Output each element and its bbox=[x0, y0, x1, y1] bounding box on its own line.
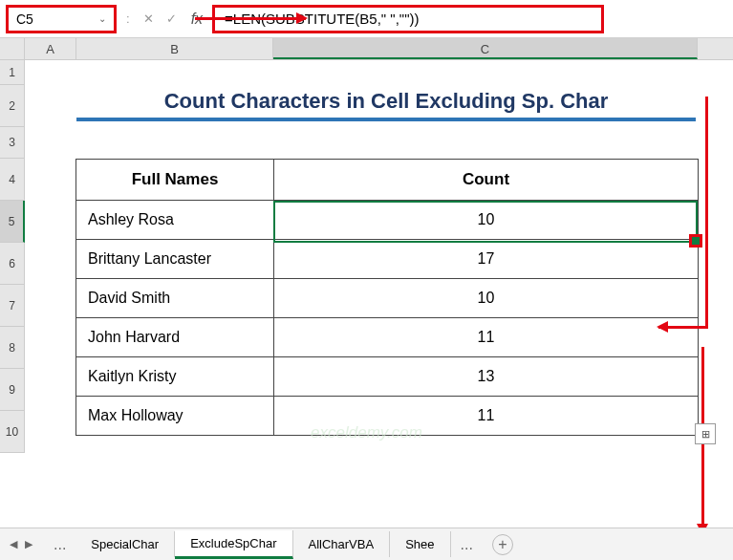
chevron-down-icon[interactable]: ⌄ bbox=[98, 13, 106, 24]
row-headers: 1 2 3 4 5 6 7 8 9 10 bbox=[0, 60, 25, 453]
annotation-arrow bbox=[658, 326, 708, 329]
name-box-value: C5 bbox=[16, 11, 33, 27]
row-header-3[interactable]: 3 bbox=[0, 127, 25, 159]
cell-count[interactable]: 11 bbox=[274, 397, 699, 436]
row-header-8[interactable]: 8 bbox=[0, 327, 25, 369]
table-row: Brittany Lancaster 17 bbox=[76, 240, 699, 279]
accept-icon[interactable]: ✓ bbox=[162, 11, 182, 26]
sheet-title: Count Characters in Cell Excluding Sp. C… bbox=[76, 89, 696, 121]
data-table: Full Names Count Ashley Rosa 10 Brittany… bbox=[75, 159, 699, 436]
new-sheet-button[interactable]: + bbox=[492, 534, 513, 555]
row-header-10[interactable]: 10 bbox=[0, 411, 25, 453]
table-row: John Harvard 11 bbox=[76, 318, 699, 357]
table-row: Max Holloway 11 bbox=[76, 397, 699, 436]
name-box[interactable]: C5 ⌄ bbox=[6, 5, 117, 33]
cell-name[interactable]: David Smith bbox=[76, 279, 274, 318]
cell-count[interactable]: 10 bbox=[274, 279, 699, 318]
column-headers: A B C bbox=[0, 38, 733, 60]
row-header-2[interactable]: 2 bbox=[0, 85, 25, 127]
cell-count[interactable]: 10 bbox=[274, 201, 699, 240]
row-header-5[interactable]: 5 bbox=[0, 201, 25, 243]
sheet-tabs-bar: ◀ ▶ ... SpecialChar ExcludeSpChar AllCha… bbox=[0, 528, 733, 560]
row-header-6[interactable]: 6 bbox=[0, 243, 25, 285]
cell-count[interactable]: 11 bbox=[274, 318, 699, 357]
cell-count[interactable]: 13 bbox=[274, 357, 699, 397]
tab-scroll-right[interactable]: ... bbox=[451, 530, 483, 559]
tab-shee[interactable]: Shee bbox=[390, 531, 450, 557]
annotation-line bbox=[705, 97, 708, 328]
select-all-corner[interactable] bbox=[0, 38, 25, 59]
cell-name[interactable]: Kaitlyn Kristy bbox=[76, 357, 274, 397]
cell-name[interactable]: Brittany Lancaster bbox=[76, 240, 274, 279]
table-header-row: Full Names Count bbox=[76, 160, 699, 201]
tab-nav: ◀ ▶ bbox=[10, 538, 32, 550]
header-names[interactable]: Full Names bbox=[76, 160, 274, 201]
table-row: Kaitlyn Kristy 13 bbox=[76, 357, 699, 397]
formula-bar: C5 ⌄ : ✕ ✓ fx =LEN(SUBSTITUTE(B5," ","")… bbox=[0, 0, 733, 38]
cell-name[interactable]: Max Holloway bbox=[76, 397, 274, 436]
table-row: David Smith 10 bbox=[76, 279, 699, 318]
row-header-1[interactable]: 1 bbox=[0, 60, 25, 85]
row-header-9[interactable]: 9 bbox=[0, 369, 25, 411]
sheet-body[interactable]: 1 2 3 4 5 6 7 8 9 10 Count Characters in… bbox=[0, 60, 733, 500]
cell-name[interactable]: John Harvard bbox=[76, 318, 274, 357]
table-row: Ashley Rosa 10 bbox=[76, 201, 699, 240]
cell-name[interactable]: Ashley Rosa bbox=[76, 201, 274, 240]
grid-area: A B C 1 2 3 4 5 6 7 8 9 10 Count Charact… bbox=[0, 38, 733, 500]
cell-count[interactable]: 17 bbox=[274, 240, 699, 279]
tab-excludespchar[interactable]: ExcludeSpChar bbox=[175, 530, 292, 559]
tab-allcharvba[interactable]: AllCharVBA bbox=[293, 531, 391, 557]
row-header-7[interactable]: 7 bbox=[0, 285, 25, 327]
autofill-options-icon[interactable]: ⊞ bbox=[695, 423, 716, 444]
header-count[interactable]: Count bbox=[274, 160, 699, 201]
nav-prev-icon[interactable]: ◀ bbox=[10, 538, 17, 550]
cancel-icon[interactable]: ✕ bbox=[140, 11, 159, 26]
annotation-arrow bbox=[195, 17, 306, 20]
separator: : bbox=[126, 11, 130, 26]
col-header-b[interactable]: B bbox=[76, 38, 273, 59]
row-header-4[interactable]: 4 bbox=[0, 159, 25, 201]
col-header-c[interactable]: C bbox=[273, 38, 698, 59]
nav-next-icon[interactable]: ▶ bbox=[25, 538, 32, 550]
tab-scroll-left[interactable]: ... bbox=[44, 530, 75, 559]
tab-specialchar[interactable]: SpecialChar bbox=[75, 531, 175, 557]
col-header-a[interactable]: A bbox=[25, 38, 76, 59]
